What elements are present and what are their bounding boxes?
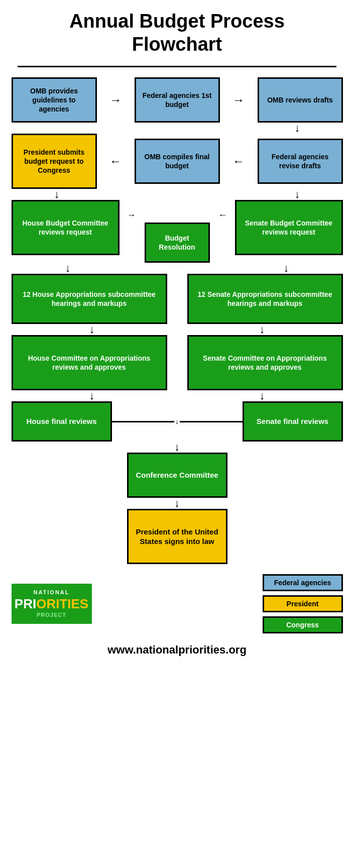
arrow-1-2: → (105, 93, 126, 107)
arrows-row3-down: ↓ ↓ (12, 263, 343, 274)
legend-congress: Congress (263, 616, 343, 633)
legend-box-congress: Congress (263, 616, 343, 633)
box-conference: Conference Committee (127, 453, 227, 498)
legend-president: President (263, 595, 343, 612)
flowchart: OMB provides guidelines to agencies → Fe… (7, 77, 348, 564)
page-title: Annual Budget Process Flowchart (59, 0, 295, 61)
row-4: 12 House Appropriations subcommittee hea… (12, 274, 343, 324)
box-president-signs: President of the United States signs int… (127, 509, 227, 564)
legend-section: NATIONAL PRIORITIES PROJECT Federal agen… (7, 564, 348, 638)
row-8: President of the United States signs int… (12, 509, 343, 564)
row-5: House Committee on Appropriations review… (12, 335, 343, 390)
box-federal-revise: Federal agencies revise drafts (258, 139, 343, 184)
legend-federal: Federal agencies (263, 574, 343, 591)
box-house-committee-approves: House Committee on Appropriations review… (12, 335, 167, 390)
arrow-to-conference: ↓ (12, 442, 343, 453)
box-omb-reviews: OMB reviews drafts (258, 77, 343, 123)
box-omb-guidelines: OMB provides guidelines to agencies (12, 77, 97, 123)
line-left (112, 421, 175, 422)
logo: NATIONAL PRIORITIES PROJECT (12, 584, 92, 624)
row-3: House Budget Committee reviews request →… (12, 200, 343, 263)
arrow-3-2-left: ← (105, 154, 126, 168)
arrow-down-center: ↓ (175, 417, 179, 425)
arrows-row5-down: ↓ ↓ (12, 390, 343, 401)
box-senate-final: Senate final reviews (243, 401, 343, 442)
row-7: Conference Committee (12, 453, 343, 498)
title-divider (18, 66, 336, 67)
row-2: President submits budget request to Cong… (12, 134, 343, 189)
website-url: www.nationalpriorities.org (107, 638, 247, 667)
box-house-budget: House Budget Committee reviews request (12, 200, 120, 255)
legend-box-president: President (263, 595, 343, 612)
box-senate-approp-sub: 12 Senate Appropriations subcommittee he… (187, 274, 343, 324)
arrow-down-omb-reviews: ↓ (12, 123, 343, 134)
arrow-2-1-left: ← (228, 154, 249, 168)
arrows-into-budget-res: → ← (127, 210, 227, 221)
line-right (180, 421, 243, 422)
center-arrows: ↓ (112, 417, 243, 425)
box-house-approp-sub: 12 House Appropriations subcommittee hea… (12, 274, 167, 324)
box-house-final: House final reviews (12, 401, 112, 442)
box-omb-compiles: OMB compiles final budget (135, 139, 220, 184)
col-budget-resolution: → ← Budget Resolution (127, 210, 227, 263)
arrows-row2-down: ↓ ↓ (12, 189, 343, 200)
box-budget-resolution: Budget Resolution (145, 223, 210, 263)
box-senate-budget: Senate Budget Committee reviews request (235, 200, 343, 255)
box-senate-committee-approves: Senate Committee on Appropriations revie… (187, 335, 343, 390)
row-6: House final reviews ↓ Senate final revie… (12, 401, 343, 442)
box-president-submits: President submits budget request to Cong… (12, 134, 97, 189)
row-1: OMB provides guidelines to agencies → Fe… (12, 77, 343, 123)
arrow-2-3: → (228, 93, 249, 107)
arrow-house-to-res: → (127, 210, 136, 221)
arrow-senate-to-res: ← (218, 210, 227, 221)
legend-items: Federal agencies President Congress (263, 574, 343, 633)
arrow-to-president-signs: ↓ (12, 498, 343, 509)
legend-box-federal: Federal agencies (263, 574, 343, 591)
box-federal-1st: Federal agencies 1st budget (135, 77, 220, 123)
arrows-row4-down: ↓ ↓ (12, 324, 343, 335)
horiz-arrows: ↓ (112, 417, 243, 425)
